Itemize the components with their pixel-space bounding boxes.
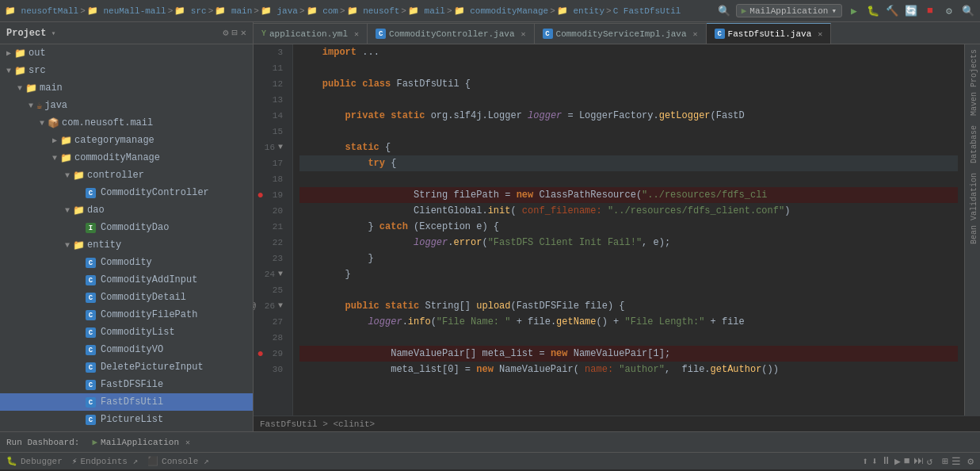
run-dashboard-label: Run Dashboard:	[6, 438, 79, 447]
close-icon[interactable]: ✕	[818, 29, 822, 39]
tree-item-entity[interactable]: ▼ 📁 entity	[0, 236, 253, 254]
java-c-icon: C	[86, 414, 96, 426]
gutter-line-22: 22	[254, 235, 286, 251]
tree-item-controller[interactable]: ▼ 📁 controller	[0, 167, 253, 184]
fold-icon[interactable]: ▼	[278, 140, 283, 155]
close-icon[interactable]: ✕	[185, 438, 190, 447]
tab-application-yml[interactable]: Y application.yml ✕	[254, 23, 368, 44]
tree-item-commoditylist[interactable]: C CommodityList	[0, 324, 253, 341]
tree-item-main[interactable]: ▼ 📁 main	[0, 79, 253, 97]
tab-fastdfsutil[interactable]: C FastDfsUtil.java ✕	[707, 23, 832, 44]
toolbar-icon-9[interactable]: ☰	[951, 455, 961, 468]
arrow-icon: ▼	[36, 119, 48, 128]
run-config-dropdown[interactable]: ▶ MailApplication ▾	[736, 4, 842, 17]
status-debugger[interactable]: 🐛 Debugger	[6, 456, 63, 466]
search-icon[interactable]: 🔍	[717, 4, 731, 18]
tree-item-commoditydao[interactable]: I CommodityDao	[0, 219, 253, 236]
tree-item-src[interactable]: ▼ 📁 src	[0, 62, 253, 79]
panel-layout-icon[interactable]: ⊟	[232, 27, 238, 39]
side-tab-bean-validation[interactable]: Bean Validation	[965, 168, 980, 249]
sync-button[interactable]: 🔄	[904, 4, 918, 18]
tab-commodity-controller[interactable]: C CommodityController.java ✕	[368, 23, 534, 44]
run-tab-label: MailApplication	[101, 438, 179, 447]
settings-button[interactable]: ⚙	[942, 4, 956, 18]
toolbar-icon-4[interactable]: ▶	[894, 455, 901, 468]
gutter-line-16: 16 ▼	[254, 140, 286, 155]
code-line-20: ClientGlobal.init( conf_filename: "../re…	[299, 203, 958, 219]
annotate-icon[interactable]: @	[254, 298, 256, 314]
tree-item-commodityaddinput[interactable]: C CommodityAddInput	[0, 271, 253, 289]
toolbar-icon-2[interactable]: ⬇	[871, 455, 878, 468]
search2-button[interactable]: 🔍	[961, 4, 975, 18]
tab-commodity-serviceimpl[interactable]: C CommodityServiceImpl.java ✕	[535, 23, 707, 44]
tree-item-com-neusoft-mail[interactable]: ▼ 📦 com.neusoft.mail	[0, 114, 253, 132]
status-console[interactable]: ⬛ Console ↗	[147, 456, 208, 466]
tree-item-java[interactable]: ▼ ☕ java	[0, 97, 253, 114]
code-editor: 3 11 12 13 14 15 16 ▼	[254, 44, 980, 415]
tree-item-fastdfsutil[interactable]: C FastDfsUtil	[0, 393, 253, 411]
tree-item-commoditycontroller[interactable]: C CommodityController	[0, 184, 253, 201]
debug-button[interactable]: 🐛	[866, 4, 880, 18]
build-button[interactable]: 🔨	[885, 4, 899, 18]
panel-header: Project ▾ ⚙ ⊟ ✕	[0, 22, 253, 44]
close-icon[interactable]: ✕	[521, 29, 526, 39]
tree-item-picturelistinput[interactable]: C PictureListInput	[0, 428, 253, 431]
status-endpoints[interactable]: ⚡ Endpoints ↗	[72, 456, 138, 466]
code-line-14: private static org.slf4j.Logger logger =…	[299, 108, 958, 124]
toolbar-icon-3[interactable]: ⏸	[881, 455, 891, 467]
top-bar-right: 🔍 ▶ MailApplication ▾ ▶ 🐛 🔨 🔄 ■ ⚙ 🔍	[717, 4, 975, 18]
chevron-down-icon: ▾	[831, 6, 837, 16]
breadcrumb-item-com: 📁 com	[307, 6, 338, 16]
tree-item-deletepictureinput[interactable]: C DeletePictureInput	[0, 358, 253, 376]
tree-item-commoditymanage[interactable]: ▼ 📁 commodityManage	[0, 149, 253, 167]
panel-close-icon[interactable]: ✕	[241, 27, 246, 39]
code-content: import ... public class FastDfsUtil { pr…	[293, 44, 964, 415]
tree-item-fastdfsfile[interactable]: C FastDFSFile	[0, 376, 253, 393]
arrow-icon: ▼	[49, 154, 60, 163]
settings-icon[interactable]: ⚙	[967, 455, 974, 468]
tree-item-out[interactable]: ▶ 📁 out	[0, 44, 253, 62]
tree-item-commodity[interactable]: C Commodity	[0, 254, 253, 271]
close-icon[interactable]: ✕	[693, 29, 698, 39]
folder-icon: 📁	[14, 48, 26, 59]
java-c-icon: C	[86, 257, 96, 269]
breakpoint-icon[interactable]: ●	[257, 346, 264, 362]
java-i-icon: I	[86, 222, 96, 234]
fold-icon[interactable]: ▼	[278, 266, 283, 282]
toolbar-icon-5[interactable]: ■	[904, 455, 910, 467]
side-tab-maven[interactable]: Maven Projects	[965, 44, 980, 121]
folder-icon: 📁	[73, 170, 85, 182]
toolbar-icon-6[interactable]: ⏭	[913, 455, 924, 467]
toolbar-icon-7[interactable]: ↺	[927, 455, 933, 468]
run-button[interactable]: ▶	[847, 4, 861, 18]
project-tree: ▶ 📁 out ▼ 📁 src ▼ 📁 main ▼ ☕ java	[0, 44, 253, 431]
panel-gear-icon[interactable]: ⚙	[223, 27, 228, 39]
java-c-icon: C	[86, 396, 96, 408]
tree-item-categorymanage[interactable]: ▶ 📁 categorymanage	[0, 132, 253, 149]
tree-item-commodityvo[interactable]: C CommodityVO	[0, 341, 253, 358]
run-tab-mailapplication[interactable]: ▶ MailApplication ✕	[86, 435, 196, 449]
stop-button[interactable]: ■	[923, 4, 937, 18]
code-line-27: logger.info("File Name: " + file.getName…	[299, 314, 958, 330]
tree-item-commoditydetail[interactable]: C CommodityDetail	[0, 289, 253, 306]
code-line-12: public class FastDfsUtil {	[299, 76, 958, 92]
status-bar: 🐛 Debugger ⚡ Endpoints ↗ ⬛ Console ↗ ⬆ ⬇…	[0, 452, 980, 469]
debugger-label: Debugger	[21, 457, 63, 466]
tree-item-commodityfilepath[interactable]: C CommodityFilePath	[0, 306, 253, 324]
code-line-11	[299, 60, 958, 76]
fold-icon[interactable]: ▼	[278, 298, 283, 314]
toolbar-icon-8[interactable]: ⊞	[942, 455, 948, 468]
breakpoint-icon[interactable]: ●	[257, 187, 264, 203]
side-tab-database[interactable]: Database	[965, 121, 980, 168]
console-label: Console ↗	[162, 456, 208, 466]
tree-item-dao[interactable]: ▼ 📁 dao	[0, 201, 253, 219]
tree-item-picturelist[interactable]: C PictureList	[0, 411, 253, 428]
top-bar: 📁 neusoftMall > 📁 neuMall-mall > 📁 src >…	[0, 0, 980, 22]
toolbar-icon-1[interactable]: ⬆	[862, 455, 868, 468]
close-icon[interactable]: ✕	[354, 29, 359, 39]
gutter-line-26: @ 26 ▼	[254, 298, 286, 314]
breadcrumb-item-src: 📁 src	[174, 6, 206, 16]
run-config-icon: ▶	[742, 6, 747, 16]
arrow-icon: ▼	[3, 67, 14, 75]
breadcrumb-item-neusoft: 📁 neusoft	[347, 6, 400, 16]
